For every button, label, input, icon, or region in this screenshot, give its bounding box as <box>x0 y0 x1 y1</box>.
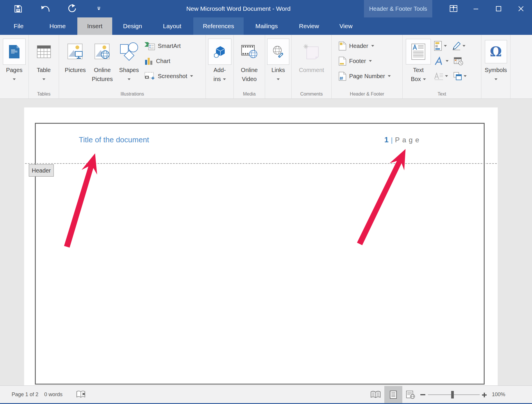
proofing-book-icon <box>76 390 86 398</box>
page-info[interactable]: Page 1 of 2 <box>12 386 38 403</box>
header-label: Header <box>349 43 368 49</box>
page-number-separator: | <box>388 136 395 144</box>
wordart-button[interactable] <box>434 57 449 65</box>
close-button[interactable] <box>515 2 527 15</box>
undo-button[interactable] <box>41 4 51 13</box>
redo-button[interactable] <box>67 4 77 13</box>
page-number-button[interactable]: Page Number <box>339 69 402 84</box>
tab-mailings[interactable]: Mailings <box>249 17 284 35</box>
contextual-tools-title: Header & Footer Tools <box>364 0 432 17</box>
group-label-header-footer: Header & Footer <box>332 91 402 97</box>
date-time-button[interactable] <box>454 57 463 65</box>
tab-layout[interactable]: Layout <box>155 17 189 35</box>
minimize-button[interactable] <box>469 2 482 15</box>
tab-references[interactable]: References <box>193 17 244 35</box>
online-pictures-label-2: Pictures <box>92 75 113 84</box>
customize-qat-button[interactable] <box>94 4 104 13</box>
zoom-level[interactable]: 100% <box>492 386 505 403</box>
tab-design[interactable]: Design <box>116 17 149 35</box>
group-symbols: Ω Symbols <box>481 35 510 98</box>
document-header-title[interactable]: Title of the document <box>79 135 149 144</box>
header-button[interactable]: Header <box>339 38 402 53</box>
links-icon <box>272 45 285 58</box>
web-layout-icon <box>406 390 415 399</box>
print-layout-icon <box>390 390 397 399</box>
print-layout-button[interactable] <box>390 390 397 400</box>
redo-icon <box>67 4 77 13</box>
tab-file[interactable]: File <box>7 17 30 35</box>
word-count[interactable]: 0 words <box>44 386 63 403</box>
links-button[interactable]: Links <box>265 35 291 98</box>
addins-button[interactable]: Add- ins <box>206 35 233 98</box>
dropdown-caret <box>190 75 193 77</box>
save-button[interactable] <box>13 4 23 13</box>
drop-cap-button[interactable] <box>434 72 448 80</box>
shapes-button[interactable]: Shapes <box>117 35 142 98</box>
zoom-out-button[interactable] <box>420 394 425 395</box>
text-box-button[interactable]: Text Box <box>404 35 433 98</box>
chart-icon <box>144 57 153 65</box>
signature-line-button[interactable] <box>452 42 465 50</box>
drop-cap-icon <box>434 72 443 80</box>
read-mode-button[interactable] <box>370 391 381 400</box>
dropdown-caret <box>13 78 16 80</box>
tab-review[interactable]: Review <box>291 17 327 35</box>
dropdown-caret <box>223 78 226 80</box>
smartart-label: SmartArt <box>158 43 181 49</box>
screenshot-label: Screenshot <box>158 73 187 80</box>
quick-parts-button[interactable] <box>434 41 447 51</box>
page-number-icon <box>339 72 346 81</box>
online-video-icon <box>241 45 258 58</box>
document-page[interactable]: Header Title of the document 1|Page <box>24 107 498 385</box>
online-video-label-2: Video <box>242 75 257 84</box>
chart-button[interactable]: Chart <box>144 53 206 69</box>
ribbon-display-options-icon <box>449 4 458 13</box>
addins-icon <box>214 46 226 58</box>
ribbon: Pages Table Tables <box>0 35 532 99</box>
ribbon-display-options-button[interactable] <box>447 2 460 15</box>
online-pictures-icon <box>94 44 110 60</box>
chart-label: Chart <box>156 58 170 64</box>
maximize-button[interactable] <box>492 2 505 15</box>
shapes-icon <box>119 42 139 61</box>
tab-insert[interactable]: Insert <box>77 17 112 35</box>
object-button[interactable] <box>453 72 467 80</box>
page-number-word: Page <box>395 136 422 144</box>
dropdown-caret <box>42 78 45 80</box>
online-video-button[interactable]: Online Video <box>234 35 265 98</box>
online-pictures-button[interactable]: Online Pictures <box>88 35 117 98</box>
minimize-icon <box>473 6 479 11</box>
ribbon-tab-bar: File Home Insert Design Layout Reference… <box>0 17 532 35</box>
comment-button[interactable]: Comment <box>292 35 331 98</box>
screenshot-button[interactable]: Screenshot <box>144 69 206 84</box>
tab-home[interactable]: Home <box>41 17 74 35</box>
read-mode-icon <box>370 391 381 399</box>
table-label: Table <box>37 66 51 75</box>
page-number-field[interactable]: 1|Page <box>384 135 422 144</box>
zoom-in-button[interactable] <box>481 392 487 399</box>
web-layout-button[interactable] <box>406 390 415 400</box>
pictures-button[interactable]: Pictures <box>63 35 88 98</box>
smartart-button[interactable]: SmartArt <box>144 38 206 53</box>
screenshot-icon <box>144 72 155 80</box>
text-box-label-2: Box <box>411 75 421 84</box>
tab-view[interactable]: View <box>334 17 358 35</box>
signature-line-icon <box>452 42 461 50</box>
zoom-slider-thumb[interactable] <box>451 391 454 398</box>
symbols-button[interactable]: Ω Symbols <box>481 35 510 98</box>
dropdown-caret <box>371 45 374 47</box>
footer-button[interactable]: Footer <box>339 53 402 69</box>
smartart-icon <box>144 42 155 50</box>
maximize-icon <box>496 6 501 12</box>
comment-icon <box>303 44 320 60</box>
text-box-icon <box>411 44 425 60</box>
table-button[interactable]: Table <box>29 35 59 98</box>
pages-button[interactable]: Pages <box>0 35 28 98</box>
quick-parts-icon <box>434 41 442 51</box>
zoom-slider-track[interactable] <box>428 394 480 395</box>
dropdown-caret <box>277 78 280 80</box>
dropdown-caret <box>446 60 449 62</box>
dropdown-caret <box>388 75 391 77</box>
addins-label-1: Add- <box>213 66 226 75</box>
proofing-errors-button[interactable] <box>76 390 86 400</box>
